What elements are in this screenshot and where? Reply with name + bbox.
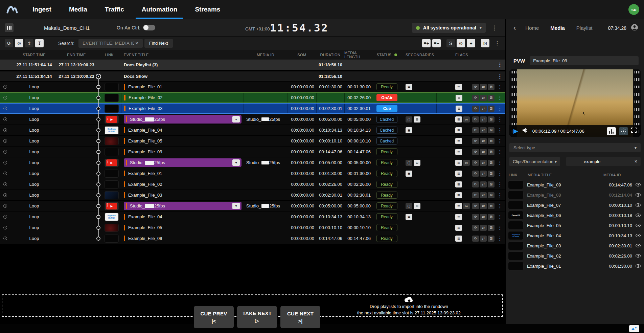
- rundown-group-row[interactable]: 27.11 11:51:04.14 27.11 13:10:00.23 Docs…: [0, 60, 505, 70]
- variant-dropdown-icon[interactable]: ▾: [232, 203, 240, 209]
- select-type-dropdown[interactable]: Select type ▾: [509, 143, 641, 152]
- preview-eye-icon[interactable]: [636, 264, 641, 268]
- preview-eye-icon[interactable]: [636, 214, 641, 217]
- playlist-play-icon[interactable]: ≣: [455, 160, 462, 166]
- swap-icon[interactable]: ⇄: [480, 138, 487, 144]
- blocked-icon[interactable]: ⊠: [488, 236, 495, 242]
- media-list-item[interactable]: Example_File_09 00:14:47.06: [506, 180, 644, 190]
- blocked-icon[interactable]: ⊠: [488, 203, 495, 209]
- repeat-icon[interactable]: ⟳: [472, 138, 479, 144]
- tab-streams[interactable]: Streams: [186, 0, 229, 19]
- link-node-icon[interactable]: [96, 182, 100, 186]
- code-secondary-icon[interactable]: ( ): [406, 116, 412, 123]
- playlist-play-icon[interactable]: ≣: [455, 127, 462, 133]
- repeat-icon[interactable]: ⟳: [472, 160, 479, 166]
- link-node-icon[interactable]: [96, 128, 100, 132]
- playlist-play-icon[interactable]: ≣: [455, 225, 462, 231]
- overlay-secondary-icon[interactable]: ⊞: [414, 160, 420, 166]
- channel-grid-icon[interactable]: [5, 23, 14, 32]
- channel-menu-button[interactable]: ⋮: [491, 24, 497, 31]
- audio-meter-icon[interactable]: [607, 127, 616, 135]
- blocked-icon[interactable]: ⊠: [488, 181, 495, 187]
- row-menu-button[interactable]: ⋮: [495, 71, 505, 81]
- image-secondary-icon[interactable]: ▣: [406, 214, 412, 220]
- rundown-row[interactable]: Loop Example_File_01 00:00:00.00 00:01:3…: [0, 82, 505, 92]
- rundown-row[interactable]: Loop Example_File_02 00:00:00.00 00:02:2…: [0, 179, 505, 190]
- media-list-item[interactable]: Example_File_01 00:01:30.00: [506, 261, 644, 271]
- row-menu-button[interactable]: ⋮: [495, 190, 505, 200]
- panel-tab-playlist[interactable]: Playlist: [576, 25, 593, 31]
- swap-icon[interactable]: ⇄: [480, 192, 487, 198]
- blocked-icon[interactable]: ⊠: [488, 149, 495, 155]
- infinity-loop-icon[interactable]: ∞: [463, 116, 470, 123]
- code-secondary-icon[interactable]: ( ): [406, 203, 412, 209]
- live-event-pill[interactable]: Studio_25fps▾: [124, 158, 242, 167]
- repeat-icon[interactable]: ⟳: [472, 214, 479, 220]
- blocked-icon[interactable]: ⊠: [488, 84, 495, 90]
- volume-icon[interactable]: [522, 128, 528, 134]
- rundown-row[interactable]: Loop LIVE▶ Studio_25fps▾ Studio_25fps 00…: [0, 201, 505, 211]
- playlist-play-icon[interactable]: ≣: [455, 203, 462, 209]
- loop-playback-icon[interactable]: [619, 127, 628, 135]
- rundown-row[interactable]: Loop Example_File_05 00:00:00.00 00:00:1…: [0, 222, 505, 233]
- swap-icon[interactable]: ⇄: [480, 181, 487, 187]
- repeat-icon[interactable]: ⟳: [472, 116, 479, 123]
- move-down-icon[interactable]: ↧: [35, 39, 44, 47]
- link-node-icon[interactable]: [96, 226, 100, 230]
- swap-icon[interactable]: ⇄: [480, 225, 487, 231]
- repeat-icon[interactable]: ⟳: [472, 203, 479, 209]
- move-up-icon[interactable]: ↥: [25, 39, 33, 47]
- blocked-icon[interactable]: ⊠: [488, 116, 495, 123]
- link-node-icon[interactable]: [96, 215, 100, 219]
- rundown-row[interactable]: Loop Big Buck BUNNY Example_File_04 00:0…: [0, 212, 505, 222]
- play-icon[interactable]: ▶: [513, 127, 518, 135]
- row-menu-button[interactable]: ⋮: [495, 114, 505, 125]
- add-event-icon[interactable]: +: [467, 39, 475, 47]
- row-menu-button[interactable]: ⋮: [495, 60, 505, 70]
- device-off-icon[interactable]: ⊘: [457, 39, 465, 47]
- link-node-icon[interactable]: [96, 96, 100, 100]
- repeat-icon[interactable]: ⟳: [472, 84, 479, 90]
- blocked-icon[interactable]: ⊠: [488, 160, 495, 166]
- makalu-logo-icon[interactable]: [0, 0, 24, 19]
- link-node-icon[interactable]: [96, 193, 100, 197]
- preview-eye-icon[interactable]: [636, 193, 641, 197]
- link-node-icon[interactable]: [96, 237, 100, 241]
- cue-next-button[interactable]: CUE NEXT >|: [280, 306, 320, 328]
- panel-tab-media[interactable]: Media: [550, 25, 565, 31]
- link-node-icon[interactable]: [96, 161, 100, 165]
- swap-icon[interactable]: ⇄: [480, 84, 487, 90]
- blocked-icon[interactable]: ⊠: [488, 192, 495, 198]
- rundown-row[interactable]: Loop Example_File_09 00:00:00.00 00:14:4…: [0, 147, 505, 157]
- fullscreen-icon[interactable]: [631, 128, 637, 134]
- live-event-pill[interactable]: Studio_25fps▾: [124, 202, 242, 210]
- swap-icon[interactable]: ⇄: [480, 95, 487, 101]
- blocked-icon[interactable]: ⊠: [488, 214, 495, 220]
- take-next-button[interactable]: TAKE NEXT ▷: [237, 306, 277, 328]
- toolbar-menu-button[interactable]: ⋮: [495, 40, 500, 46]
- rundown-row[interactable]: Loop Example_File_01 00:00:00.00 00:01:3…: [0, 168, 505, 179]
- row-menu-button[interactable]: ⋮: [495, 93, 505, 103]
- variant-dropdown-icon[interactable]: ▾: [232, 159, 240, 166]
- cue-prev-button[interactable]: CUE PREV |<: [194, 306, 234, 328]
- clear-search-icon[interactable]: ×: [635, 159, 637, 164]
- preview-eye-icon[interactable]: [636, 224, 641, 227]
- rundown-group-row[interactable]: 27.11 11:51:04.14 27.11 13:10:00.23 ∨ Do…: [0, 71, 505, 81]
- rundown-row[interactable]: Loop Big Buck BUNNY Example_File_04 00:0…: [0, 125, 505, 135]
- rundown-row[interactable]: Loop Example_File_03 00:00:00.00 00:02:3…: [0, 190, 505, 200]
- delete-icon[interactable]: ⊠: [481, 39, 489, 47]
- preview-title-field[interactable]: Example_File_09: [530, 56, 639, 65]
- preview-eye-icon[interactable]: [636, 203, 641, 207]
- variant-dropdown-icon[interactable]: ▾: [232, 116, 240, 123]
- rundown-row[interactable]: Loop LIVE▶ Studio_25fps▾ Studio_25fps 00…: [0, 114, 505, 125]
- image-secondary-icon[interactable]: ▣: [406, 171, 412, 177]
- blocked-icon[interactable]: ⊠: [488, 106, 495, 112]
- repeat-icon[interactable]: ⟳: [472, 225, 479, 231]
- tab-automation[interactable]: Automation: [133, 0, 186, 19]
- rundown-row[interactable]: Loop LIVE▶ Studio_25fps▾ Studio_25fps 00…: [0, 157, 505, 168]
- swap-icon[interactable]: ⇄: [480, 116, 487, 123]
- blocked-icon[interactable]: ⊠: [488, 171, 495, 177]
- playlist-play-icon[interactable]: ≣: [455, 214, 462, 220]
- swap-icon[interactable]: ⇄: [480, 127, 487, 133]
- row-menu-button[interactable]: ⋮: [495, 125, 505, 135]
